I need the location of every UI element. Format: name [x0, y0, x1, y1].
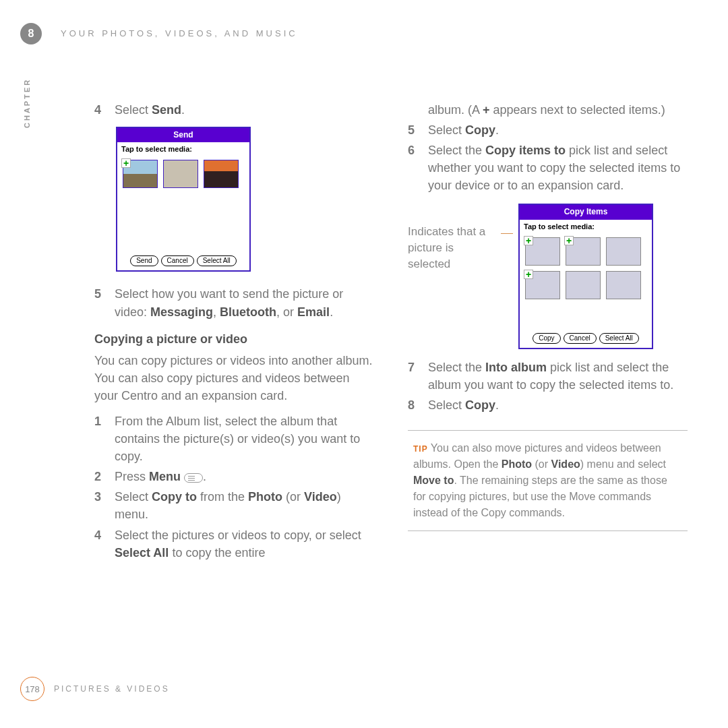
- bold: Send: [152, 103, 181, 117]
- text: .: [330, 305, 333, 319]
- thumbnail-selected: +: [525, 237, 560, 266]
- thumbnail-selected: +: [566, 237, 601, 266]
- bold: Messaging: [150, 305, 213, 319]
- bold: Video: [551, 458, 580, 470]
- step-number: 4: [94, 526, 105, 562]
- send-button-row: Send Cancel Select All: [117, 251, 249, 270]
- footer: 178 PICTURES & VIDEOS: [20, 677, 170, 701]
- step-text: Select the Into album pick list and sele…: [428, 359, 688, 394]
- copy-dialog-subtitle: Tap to select media:: [520, 220, 652, 235]
- bold: Photo: [502, 458, 532, 470]
- text: Select: [428, 398, 465, 412]
- step-number: 5: [94, 285, 105, 320]
- chapter-title: YOUR PHOTOS, VIDEOS, AND MUSIC: [61, 28, 298, 38]
- text: (or: [532, 458, 551, 470]
- thumbnail: [163, 160, 198, 188]
- text: to copy the entire: [169, 546, 265, 559]
- cancel-button: Cancel: [161, 255, 194, 266]
- send-button: Send: [130, 255, 158, 266]
- bold: Photo: [248, 490, 282, 504]
- copy-step-5: 5 Select Copy.: [408, 121, 688, 139]
- text: Select the pictures or videos to copy, o…: [115, 528, 361, 542]
- copy-button-row: Copy Cancel Select All: [520, 329, 652, 348]
- footer-section: PICTURES & VIDEOS: [54, 684, 170, 694]
- select-all-button: Select All: [599, 333, 639, 344]
- step-text: Press Menu .: [115, 468, 374, 485]
- copy-step-2: 2 Press Menu .: [94, 468, 374, 485]
- text: .: [181, 103, 185, 117]
- copy-step-1: 1 From the Album list, select the album …: [94, 413, 374, 465]
- text: .: [495, 398, 499, 412]
- step-number: 7: [408, 359, 419, 394]
- text: Select: [115, 490, 152, 504]
- step-text: Select Copy to from the Photo (or Video)…: [115, 488, 374, 523]
- text: , or: [276, 305, 297, 319]
- thumbnail-selected: +: [123, 160, 158, 188]
- step-4-send: 4 Select Send.: [94, 101, 374, 119]
- step-text: From the Album list, select the album th…: [115, 413, 374, 465]
- bold: Copy: [465, 123, 495, 137]
- text: Select: [115, 103, 152, 117]
- send-screenshot: Send Tap to select media: + Send Cancel …: [116, 127, 251, 272]
- send-thumbnails: +: [117, 157, 249, 191]
- chapter-side-label: CHAPTER: [23, 78, 31, 128]
- tip-label: TIP: [413, 444, 428, 454]
- text: (or: [282, 490, 304, 504]
- section-heading-copying: Copying a picture or video: [94, 330, 374, 348]
- step-text: Select Send.: [115, 101, 374, 119]
- plus-icon: +: [121, 158, 131, 168]
- thumbnail-selected: +: [525, 271, 560, 299]
- content-columns: 4 Select Send. Send Tap to select media:…: [94, 101, 688, 564]
- send-dialog-subtitle: Tap to select media:: [117, 142, 249, 157]
- step-text: Select Copy.: [428, 396, 688, 414]
- step-text: Select the Copy items to pick list and s…: [428, 142, 688, 194]
- copy-step-3: 3 Select Copy to from the Photo (or Vide…: [94, 488, 374, 523]
- copy-dialog-title: Copy Items: [520, 205, 652, 219]
- text: ) menu and select: [580, 458, 666, 470]
- bold: Copy: [465, 398, 495, 412]
- bold: Bluetooth: [220, 305, 276, 319]
- callout-text: Indicates that a picture is selected: [408, 204, 495, 272]
- bold: Copy to: [152, 490, 197, 504]
- bold: Email: [297, 305, 330, 319]
- text: Select: [428, 123, 465, 137]
- step-text: Select how you want to send the picture …: [115, 285, 374, 320]
- bold: Menu: [149, 470, 181, 483]
- text: album. (A: [428, 103, 483, 117]
- step-number: 5: [408, 121, 419, 139]
- step-number: 2: [94, 468, 105, 485]
- step-text: Select Copy.: [428, 121, 688, 139]
- chapter-number-badge: 8: [20, 23, 42, 44]
- text: .: [495, 123, 499, 137]
- text: Select the: [428, 361, 485, 374]
- send-dialog-title: Send: [117, 128, 249, 142]
- thumbnail: [204, 160, 239, 188]
- plus-icon: +: [524, 236, 533, 245]
- tip-box: TIP You can also move pictures and video…: [408, 430, 688, 531]
- bold: Select All: [115, 546, 169, 559]
- step-number: 6: [408, 142, 419, 194]
- copy-figure-row: Indicates that a picture is selected Cop…: [408, 204, 688, 348]
- bold: +: [483, 103, 490, 117]
- right-column: album. (A + appears next to selected ite…: [408, 101, 688, 564]
- step-text: Select the pictures or videos to copy, o…: [115, 526, 374, 562]
- select-all-button: Select All: [197, 255, 237, 266]
- thumbnail: [566, 271, 601, 299]
- intro-paragraph: You can copy pictures or videos into ano…: [94, 352, 374, 404]
- copy-thumbnails-row2: +: [520, 268, 652, 302]
- continued-text: album. (A + appears next to selected ite…: [408, 101, 688, 119]
- text: Press: [115, 470, 149, 483]
- copy-screenshot: Copy Items Tap to select media: + + + Co…: [518, 204, 653, 348]
- text: appears next to selected items.): [490, 103, 665, 117]
- menu-icon: [184, 473, 203, 483]
- plus-icon: +: [524, 270, 533, 279]
- plus-icon: +: [564, 236, 574, 245]
- text: from the: [197, 490, 248, 504]
- step-number: 4: [94, 101, 105, 119]
- cancel-button: Cancel: [564, 333, 597, 344]
- copy-button: Copy: [533, 333, 560, 344]
- copy-step-4: 4 Select the pictures or videos to copy,…: [94, 526, 374, 562]
- step-text: album. (A + appears next to selected ite…: [428, 101, 688, 119]
- bold: Move to: [413, 475, 454, 486]
- copy-step-7: 7 Select the Into album pick list and se…: [408, 359, 688, 394]
